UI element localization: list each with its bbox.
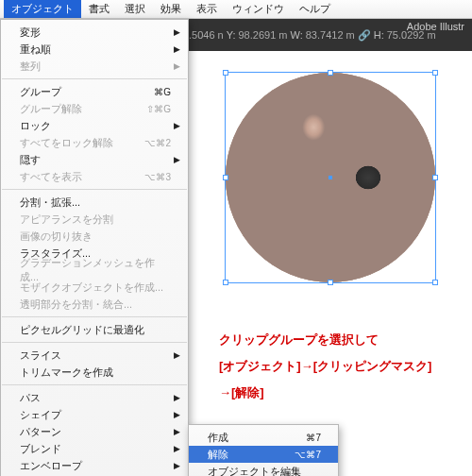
y-value[interactable]: 98.2691 m (239, 29, 288, 41)
submenu-item[interactable]: オブジェクトを編集 (189, 463, 338, 476)
handle-bm[interactable] (328, 280, 333, 285)
menu-separator (2, 384, 187, 385)
menu-item-label: 変形 (20, 26, 41, 40)
menu-separator (2, 189, 187, 190)
menu-item: すべてをロック解除⌥⌘2 (1, 134, 188, 151)
chevron-right-icon: ▶ (174, 350, 180, 360)
menu-item[interactable]: シェイプ▶ (1, 406, 188, 423)
menu-shortcut: ⌥⌘2 (144, 138, 171, 148)
handle-br[interactable] (432, 280, 438, 285)
chevron-right-icon: ▶ (174, 61, 180, 71)
menubar-item-view[interactable]: 表示 (189, 0, 225, 18)
submenu-shortcut: ⌘7 (306, 433, 321, 443)
menu-separator (2, 78, 187, 79)
menu-item[interactable]: 重ね順▶ (1, 41, 188, 58)
menu-shortcut: ⇧⌘G (146, 104, 171, 114)
menu-item: グループ解除⇧⌘G (1, 100, 188, 117)
menubar-item-object[interactable]: オブジェクト (4, 0, 81, 18)
handle-ml[interactable] (223, 175, 228, 180)
handle-bl[interactable] (223, 280, 228, 285)
y-label: Y: (227, 29, 236, 41)
object-menu: 変形▶重ね順▶整列▶グループ⌘Gグループ解除⇧⌘Gロック▶すべてをロック解除⌥⌘… (0, 19, 189, 476)
annotation-line2: [オブジェクト]→[クリッピングマスク] (219, 355, 431, 379)
handle-tl[interactable] (223, 70, 228, 76)
x-value[interactable]: .5046 n (189, 29, 224, 41)
menubar: オブジェクト 書式 選択 効果 表示 ウィンドウ ヘルプ (0, 0, 472, 19)
chevron-right-icon: ▶ (174, 27, 180, 37)
chevron-right-icon: ▶ (174, 427, 180, 436)
menu-item-label: スライス (20, 348, 61, 363)
menu-item[interactable]: ブレンド▶ (1, 440, 188, 457)
menu-item: グラデーションメッシュを作成... (1, 262, 188, 279)
menu-item-label: トリムマークを作成 (20, 366, 113, 380)
menu-item-label: モザイクオブジェクトを作成... (20, 280, 163, 295)
center-point (329, 176, 332, 179)
selected-object[interactable] (225, 72, 436, 283)
menu-item[interactable]: パターン▶ (1, 423, 188, 440)
menu-item-label: ロック (20, 119, 51, 133)
menu-item[interactable]: 変形▶ (1, 24, 188, 41)
handle-mr[interactable] (432, 175, 438, 180)
menu-item[interactable]: トリムマークを作成 (1, 364, 188, 381)
submenu-item[interactable]: 作成⌘7 (189, 429, 338, 446)
menubar-item-help[interactable]: ヘルプ (292, 0, 338, 18)
menubar-item-format[interactable]: 書式 (81, 0, 117, 18)
menu-item-label: 透明部分を分割・統合... (20, 298, 132, 312)
chevron-right-icon: ▶ (174, 121, 180, 130)
w-label: W: (290, 29, 302, 41)
submenu-item-label: 解除 (208, 448, 228, 462)
menu-item[interactable]: ロック▶ (1, 117, 188, 134)
menu-item-label: ピクセルグリッドに最適化 (20, 323, 144, 337)
chevron-right-icon: ▶ (174, 393, 180, 402)
chevron-right-icon: ▶ (174, 461, 180, 470)
clipping-mask-submenu: 作成⌘7解除⌥⌘7オブジェクトを編集 (188, 424, 339, 476)
menu-item[interactable]: スライス▶ (1, 347, 188, 364)
menu-item-label: すべてをロック解除 (20, 136, 113, 150)
menu-item: 画像の切り抜き (1, 228, 188, 245)
handle-tm[interactable] (328, 70, 333, 76)
menu-item: 整列▶ (1, 58, 188, 75)
handle-tr[interactable] (432, 70, 438, 76)
menubar-item-select[interactable]: 選択 (117, 0, 153, 18)
menu-shortcut: ⌥⌘3 (144, 172, 171, 182)
menubar-item-effect[interactable]: 効果 (153, 0, 189, 18)
menu-separator (2, 342, 187, 343)
chevron-right-icon: ▶ (174, 155, 180, 164)
menu-item[interactable]: 隠す▶ (1, 151, 188, 168)
annotation-line3: →[解除] (219, 382, 264, 405)
link-icon[interactable]: 🔗 (358, 29, 371, 42)
menu-item-label: 整列 (20, 60, 41, 74)
menu-item[interactable]: グループ⌘G (1, 83, 188, 100)
w-value[interactable]: 83.7412 m (306, 29, 355, 41)
submenu-item-label: 作成 (208, 431, 228, 445)
menu-item-label: エンベロープ (20, 459, 82, 473)
menubar-item-window[interactable]: ウィンドウ (225, 0, 292, 18)
menu-item-label: パス (20, 391, 41, 405)
menu-item-label: パターン (20, 425, 61, 439)
menu-item: アピアランスを分割 (1, 211, 188, 228)
app-title: Adobe Illustr (407, 21, 464, 32)
canvas-area[interactable] (189, 51, 472, 476)
menu-item-label: シェイプ (20, 408, 61, 422)
h-label: H: (374, 29, 384, 41)
menu-item: すべてを表示⌥⌘3 (1, 168, 188, 185)
menu-item[interactable]: ピクセルグリッドに最適化 (1, 321, 188, 338)
chevron-right-icon: ▶ (174, 44, 180, 54)
menu-item-label: すべてを表示 (20, 170, 82, 184)
menu-item[interactable]: パス▶ (1, 389, 188, 406)
menu-item-label: 画像の切り抜き (20, 230, 93, 244)
menu-item[interactable]: 分割・拡張... (1, 194, 188, 211)
menu-item: モザイクオブジェクトを作成... (1, 279, 188, 296)
submenu-item[interactable]: 解除⌥⌘7 (189, 446, 338, 463)
submenu-shortcut: ⌥⌘7 (295, 450, 321, 460)
menu-item-label: 重ね順 (20, 42, 51, 57)
menu-item[interactable]: エンベロープ▶ (1, 457, 188, 474)
annotation-line1: クリップグループを選択して (219, 329, 379, 352)
menu-item-label: 隠す (20, 153, 41, 167)
submenu-item-label: オブジェクトを編集 (208, 465, 301, 477)
menu-item: 透明部分を分割・統合... (1, 296, 188, 313)
menu-shortcut: ⌘G (154, 87, 171, 97)
menu-separator (2, 316, 187, 317)
chevron-right-icon: ▶ (174, 410, 180, 419)
menu-item-label: ブレンド (20, 442, 61, 456)
